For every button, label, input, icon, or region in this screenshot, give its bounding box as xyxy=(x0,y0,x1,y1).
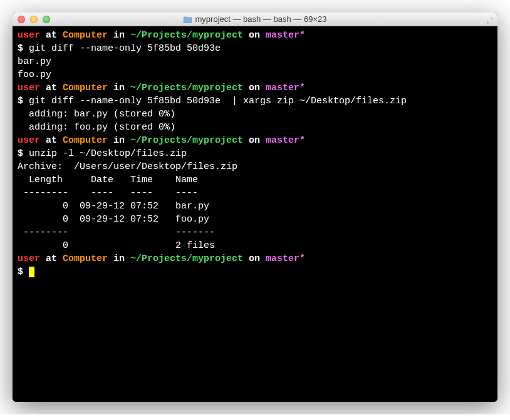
command-text: unzip -l ~/Desktop/files.zip xyxy=(29,148,187,159)
output-line: 0 09-29-12 07:52 foo.py xyxy=(18,213,492,226)
command-line: $ git diff --name-only 5f85bd 50d93e | x… xyxy=(18,95,492,108)
terminal-window: myproject — bash — bash — 69×23 user at … xyxy=(13,13,497,402)
terminal-body[interactable]: user at Computer in ~/Projects/myproject… xyxy=(13,26,497,402)
prompt-line: user at Computer in ~/Projects/myproject… xyxy=(18,134,492,147)
prompt-in: in xyxy=(108,135,130,146)
command-text: git diff --name-only 5f85bd 50d93e xyxy=(29,43,221,54)
prompt-path: ~/Projects/myproject xyxy=(130,30,243,41)
output-line: adding: bar.py (stored 0%) xyxy=(18,108,492,121)
zoom-button[interactable] xyxy=(43,16,50,23)
prompt-host: Computer xyxy=(63,30,108,41)
prompt-in: in xyxy=(108,30,130,41)
prompt-on: on xyxy=(243,135,266,146)
prompt-user: user xyxy=(18,83,40,93)
prompt-at: at xyxy=(40,254,63,264)
minimize-button[interactable] xyxy=(30,16,38,23)
prompt-symbol: $ xyxy=(18,148,29,159)
prompt-branch: master* xyxy=(266,83,305,93)
prompt-branch: master* xyxy=(266,254,305,264)
prompt-on: on xyxy=(243,30,266,41)
prompt-user: user xyxy=(18,135,40,146)
prompt-at: at xyxy=(40,30,63,41)
output-line: -------- ------- xyxy=(18,226,492,239)
prompt-symbol: $ xyxy=(18,43,29,54)
prompt-on: on xyxy=(243,254,266,264)
prompt-host: Computer xyxy=(63,254,108,264)
prompt-path: ~/Projects/myproject xyxy=(130,254,243,264)
prompt-user: user xyxy=(18,254,40,264)
output-line: foo.py xyxy=(18,68,492,81)
prompt-host: Computer xyxy=(63,83,108,93)
output-line: adding: foo.py (stored 0%) xyxy=(18,121,492,134)
output-line: bar.py xyxy=(18,55,492,68)
output-line: Length Date Time Name xyxy=(18,173,492,187)
window-title: myproject — bash — bash — 69×23 xyxy=(195,14,327,24)
folder-icon xyxy=(184,16,192,23)
cursor xyxy=(29,267,34,277)
prompt-symbol: $ xyxy=(18,96,29,106)
prompt-line: user at Computer in ~/Projects/myproject… xyxy=(18,81,492,95)
traffic-lights xyxy=(18,16,50,23)
prompt-host: Computer xyxy=(63,135,108,146)
expand-icon[interactable] xyxy=(486,16,494,23)
prompt-at: at xyxy=(40,83,63,93)
close-button[interactable] xyxy=(18,16,25,23)
prompt-line: user at Computer in ~/Projects/myproject… xyxy=(18,29,492,42)
prompt-in: in xyxy=(108,83,130,93)
command-line-active[interactable]: $ xyxy=(18,265,492,279)
prompt-branch: master* xyxy=(266,135,305,146)
output-line: 0 09-29-12 07:52 bar.py xyxy=(18,200,492,213)
prompt-path: ~/Projects/myproject xyxy=(130,83,243,93)
titlebar[interactable]: myproject — bash — bash — 69×23 xyxy=(13,13,497,26)
prompt-on: on xyxy=(243,83,266,93)
prompt-line: user at Computer in ~/Projects/myproject… xyxy=(18,252,492,265)
prompt-path: ~/Projects/myproject xyxy=(130,135,243,146)
prompt-user: user xyxy=(18,30,40,41)
command-line: $ git diff --name-only 5f85bd 50d93e xyxy=(18,42,492,55)
output-line: 0 2 files xyxy=(18,239,492,252)
command-line: $ unzip -l ~/Desktop/files.zip xyxy=(18,147,492,160)
command-text: git diff --name-only 5f85bd 50d93e | xar… xyxy=(29,96,407,106)
window-title-area: myproject — bash — bash — 69×23 xyxy=(184,14,327,24)
prompt-branch: master* xyxy=(266,30,305,41)
output-line: Archive: /Users/user/Desktop/files.zip xyxy=(18,160,492,173)
prompt-symbol: $ xyxy=(18,267,29,277)
output-line: -------- ---- ---- ---- xyxy=(18,187,492,200)
prompt-at: at xyxy=(40,135,63,146)
prompt-in: in xyxy=(108,254,130,264)
